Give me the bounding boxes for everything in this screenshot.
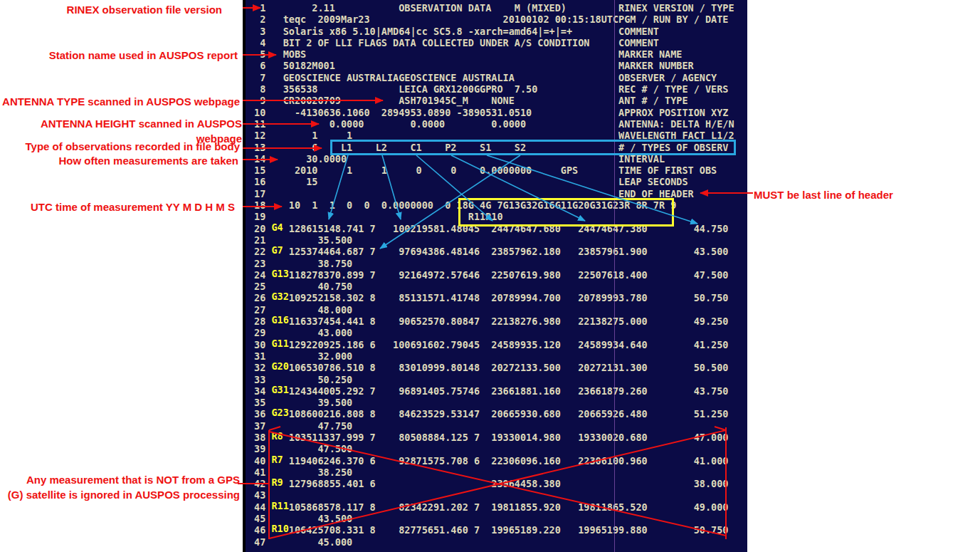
line-number: 21 xyxy=(254,234,265,246)
line-number: 7 xyxy=(254,72,265,83)
line-number: 42 xyxy=(254,478,265,489)
line-content: 47.750 xyxy=(283,420,353,432)
line-content: 125374464.687 7 97694386.48146 23857962.… xyxy=(289,246,729,257)
line-content: 38.750 xyxy=(283,258,353,269)
left-annotation-7: Any measurement that is NOT from a GPS (… xyxy=(8,472,240,502)
satellite-id-annotation: G4 xyxy=(271,222,288,233)
line-number: 13 xyxy=(254,142,265,153)
header-label: ANTENNA: DELTA H/E/N xyxy=(618,118,734,130)
satellite-id-annotation: G11 xyxy=(271,338,288,349)
line-number: 4 xyxy=(254,37,265,48)
left-annotation-1: Station name used in AUSPOS report xyxy=(49,48,238,63)
line-number: 2 xyxy=(254,14,265,25)
line-number: 14 xyxy=(254,153,265,165)
terminal-line-10: 10 -4130636.1060 2894953.0890 -3890531.0… xyxy=(254,107,747,118)
line-number: 24 xyxy=(254,269,265,281)
line-number: 29 xyxy=(254,327,265,338)
line-number: 47 xyxy=(254,536,265,548)
line-content: 0.0000 0.0000 0.0000 xyxy=(283,118,526,130)
line-content: 50182M001 xyxy=(283,60,335,71)
satellite-list-highlight-box xyxy=(458,198,674,226)
terminal-line-34: 34 G31124344005.292 7 96891405.75746 236… xyxy=(254,385,747,397)
terminal-line-36: 36 G23108600216.808 8 84623529.53147 206… xyxy=(254,408,747,420)
header-label: MARKER NUMBER xyxy=(618,60,694,71)
line-number: 30 xyxy=(254,339,265,350)
terminal-line-16: 16 15LEAP SECONDS xyxy=(254,176,747,187)
annotation-must-be-last-line: MUST be last line of header xyxy=(754,187,893,202)
terminal-line-4: 4 BIT 2 OF LLI FLAGS DATA COLLECTED UNDE… xyxy=(254,37,747,48)
terminal-line-30: 30 G11129220925.186 6 100691602.79045 24… xyxy=(254,339,747,350)
line-content: 105868578.117 8 82342291.202 7 19811855.… xyxy=(289,501,729,513)
line-content: -4130636.1060 2894953.0890 -3890531.0510 xyxy=(283,107,532,118)
line-number: 18 xyxy=(254,199,265,211)
line-number: 39 xyxy=(254,443,265,454)
line-number: 19 xyxy=(254,211,265,222)
line-number: 32 xyxy=(254,362,265,373)
satellite-id-annotation: G32 xyxy=(271,291,288,302)
satellite-id-annotation: G13 xyxy=(271,268,288,279)
line-number: 26 xyxy=(254,292,265,303)
terminal-panel[interactable]: 1 2.11 OBSERVATION DATA M (MIXED)RINEX V… xyxy=(243,0,747,552)
header-label: TIME OF FIRST OBS xyxy=(618,165,717,176)
line-content: 15 xyxy=(283,176,318,187)
line-content: 47.500 xyxy=(283,443,353,454)
line-content: 32.000 xyxy=(283,350,353,362)
terminal-line-28: 28 G16116337454.441 8 90652570.80847 221… xyxy=(254,316,747,327)
line-number: 5 xyxy=(254,48,265,60)
terminal-lines: 1 2.11 OBSERVATION DATA M (MIXED)RINEX V… xyxy=(254,2,747,548)
satellite-id-annotation: R9 xyxy=(271,477,288,488)
line-number: 33 xyxy=(254,374,265,385)
line-number: 9 xyxy=(254,95,265,106)
line-number: 17 xyxy=(254,188,265,199)
line-number: 46 xyxy=(254,524,265,536)
line-content: CR20020709 ASH701945C_M NONE xyxy=(283,95,515,106)
terminal-line-2: 2 teqc 2009Mar23 20100102 00:15:18UTCPGM… xyxy=(254,14,747,25)
line-content: 39.500 xyxy=(283,397,353,408)
header-label: PGM / RUN BY / DATE xyxy=(618,14,728,25)
terminal-line-41: 41 38.250 xyxy=(254,467,747,478)
satellite-id-annotation: G16 xyxy=(271,314,288,326)
line-number: 38 xyxy=(254,432,265,443)
header-label: RINEX VERSION / TYPE xyxy=(618,2,734,14)
line-number: 27 xyxy=(254,304,265,316)
terminal-line-46: 46 R10106425708.331 8 82775651.460 7 199… xyxy=(254,524,747,536)
line-content: 45.000 xyxy=(283,536,353,548)
line-content: 50.250 xyxy=(283,374,353,385)
satellite-id-annotation: G20 xyxy=(271,360,288,372)
line-content: 129220925.186 6 100691602.79045 24589935… xyxy=(289,339,729,350)
line-number: 23 xyxy=(254,258,265,269)
line-number: 31 xyxy=(254,350,265,362)
terminal-line-37: 37 47.750 xyxy=(254,420,747,432)
terminal-line-1: 1 2.11 OBSERVATION DATA M (MIXED)RINEX V… xyxy=(254,2,747,14)
line-content: 35.500 xyxy=(283,234,353,246)
line-number: 11 xyxy=(254,118,265,130)
annotated-rinex-screenshot: 1 2.11 OBSERVATION DATA M (MIXED)RINEX V… xyxy=(0,0,980,552)
line-content: 119406246.370 6 92871575.708 6 22306096.… xyxy=(289,455,729,467)
terminal-line-43: 43 xyxy=(254,489,747,501)
line-number: 45 xyxy=(254,513,265,524)
terminal-line-42: 42 R9 127968855.401 6 23964458.380 38.00… xyxy=(254,478,747,489)
line-number: 41 xyxy=(254,467,265,478)
line-content: 43.500 xyxy=(283,513,353,524)
line-number: 44 xyxy=(254,501,265,513)
terminal-line-23: 23 38.750 xyxy=(254,258,747,269)
line-number: 15 xyxy=(254,165,265,176)
header-label: LEAP SECONDS xyxy=(618,176,688,187)
satellite-id-annotation: R11 xyxy=(271,500,288,511)
header-label: ANT # / TYPE xyxy=(618,95,688,106)
line-content: 38.250 xyxy=(283,467,353,478)
line-content: teqc 2009Mar23 20100102 00:15:18UTC xyxy=(283,14,618,25)
left-annotation-6: UTC time of measurement YY M D H M S xyxy=(31,199,235,214)
terminal-line-22: 22 G7 125374464.687 7 97694386.48146 238… xyxy=(254,246,747,257)
terminal-line-47: 47 45.000 xyxy=(254,536,747,548)
satellite-id-annotation: R10 xyxy=(271,523,288,534)
line-number: 36 xyxy=(254,408,265,420)
terminal-line-7: 7 GEOSCIENCE AUSTRALIAGEOSCIENCE AUSTRAL… xyxy=(254,72,747,83)
line-number: 6 xyxy=(254,60,265,71)
terminal-line-35: 35 39.500 xyxy=(254,397,747,408)
satellite-id-annotation: G23 xyxy=(271,407,288,418)
terminal-line-21: 21 35.500 xyxy=(254,234,747,246)
terminal-line-32: 32 G20106530786.510 8 83010999.80148 202… xyxy=(254,362,747,373)
header-label: OBSERVER / AGENCY xyxy=(618,72,717,83)
terminal-line-5: 5 MOBSMARKER NAME xyxy=(254,48,747,60)
